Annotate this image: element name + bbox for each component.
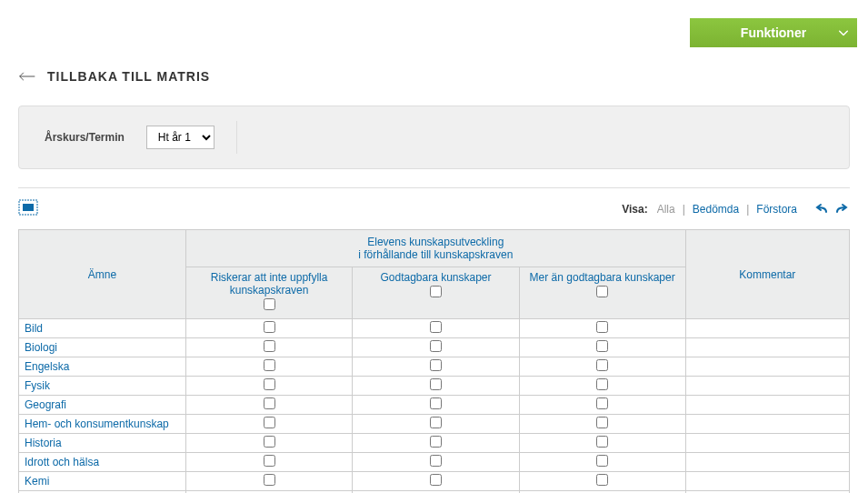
row-checkbox-col2[interactable] — [430, 378, 442, 390]
row-checkbox-col3[interactable] — [596, 436, 608, 448]
kommentar-cell[interactable] — [685, 453, 849, 472]
row-checkbox-col1[interactable] — [264, 455, 275, 467]
table-row: Geografi — [19, 396, 850, 415]
visa-label: Visa: — [622, 203, 647, 216]
kommentar-cell[interactable] — [685, 472, 849, 491]
check-cell-col1 — [185, 338, 353, 357]
kommentar-cell[interactable] — [685, 377, 849, 396]
check-cell-col3 — [519, 319, 685, 338]
check-cell-col1 — [185, 434, 353, 453]
row-checkbox-col2[interactable] — [430, 321, 442, 333]
th-col2: Godtagbara kunskaper — [353, 267, 519, 319]
check-cell-col2 — [353, 357, 519, 377]
undo-icon[interactable] — [813, 202, 830, 216]
row-checkbox-col3[interactable] — [596, 397, 608, 409]
subject-cell[interactable]: Fysik — [19, 377, 186, 396]
row-checkbox-col3[interactable] — [596, 340, 608, 352]
check-cell-col2 — [353, 472, 519, 491]
table-row: Biologi — [19, 338, 850, 357]
th-col3: Mer än godtagbara kunskaper — [519, 267, 685, 319]
subject-cell[interactable]: Geografi — [19, 396, 186, 415]
row-checkbox-col2[interactable] — [430, 359, 442, 371]
row-checkbox-col3[interactable] — [596, 455, 608, 467]
row-checkbox-col1[interactable] — [264, 436, 275, 448]
check-cell-col3 — [519, 434, 685, 453]
row-checkbox-col1[interactable] — [264, 359, 275, 371]
row-checkbox-col3[interactable] — [596, 359, 608, 371]
redo-icon[interactable] — [833, 202, 850, 216]
check-cell-col3 — [519, 377, 685, 396]
row-checkbox-col3[interactable] — [596, 378, 608, 390]
visa-group: Visa: Alla | Bedömda | Förstora — [622, 202, 850, 216]
kommentar-cell[interactable] — [685, 415, 849, 434]
th-kommentar: Kommentar — [685, 230, 849, 319]
row-checkbox-col2[interactable] — [430, 417, 442, 428]
kommentar-cell[interactable] — [685, 396, 849, 415]
row-checkbox-col3[interactable] — [596, 417, 608, 428]
svg-rect-2 — [23, 204, 34, 211]
row-checkbox-col1[interactable] — [264, 474, 275, 486]
visa-separator: | — [683, 203, 685, 216]
check-cell-col3 — [519, 396, 685, 415]
back-arrow-icon[interactable] — [18, 70, 36, 83]
check-cell-col2 — [353, 453, 519, 472]
table-row: Bild — [19, 319, 850, 338]
funktioner-button[interactable]: Funktioner — [690, 18, 857, 47]
row-checkbox-col1[interactable] — [264, 321, 275, 333]
chevron-down-icon — [839, 28, 848, 38]
th-col1: Riskerar att inte uppfylla kunskapskrave… — [185, 267, 353, 319]
check-cell-col3 — [519, 472, 685, 491]
th-elevens-line2: i förhållande till kunskapskraven — [194, 248, 678, 261]
row-checkbox-col1[interactable] — [264, 378, 275, 390]
subject-cell[interactable]: Kemi — [19, 472, 186, 491]
visa-separator: | — [746, 203, 749, 216]
check-cell-col3 — [519, 338, 685, 357]
visa-bedomda-link[interactable]: Bedömda — [689, 203, 743, 216]
check-cell-col3 — [519, 415, 685, 434]
subject-cell[interactable]: Bild — [19, 319, 186, 338]
th-col1-label: Riskerar att inte uppfylla kunskapskrave… — [194, 271, 345, 297]
table-row: Kemi — [19, 472, 850, 491]
kommentar-cell[interactable] — [685, 338, 849, 357]
check-cell-col2 — [353, 415, 519, 434]
row-checkbox-col3[interactable] — [596, 474, 608, 486]
check-cell-col1 — [185, 415, 353, 434]
subject-cell[interactable]: Idrott och hälsa — [19, 453, 186, 472]
subject-cell[interactable]: Engelska — [19, 357, 186, 377]
layout-fullscreen-icon[interactable] — [18, 199, 38, 218]
arskurs-termin-select[interactable]: Ht år 1 — [146, 126, 215, 149]
row-checkbox-col3[interactable] — [596, 321, 608, 333]
row-checkbox-col2[interactable] — [430, 474, 442, 486]
table-row: Historia — [19, 434, 850, 453]
row-checkbox-col2[interactable] — [430, 455, 442, 467]
select-all-col3-checkbox[interactable] — [596, 286, 608, 297]
subject-cell[interactable]: Biologi — [19, 338, 186, 357]
check-cell-col2 — [353, 434, 519, 453]
filter-label: Årskurs/Termin — [45, 131, 125, 144]
row-checkbox-col2[interactable] — [430, 340, 442, 352]
kommentar-cell[interactable] — [685, 434, 849, 453]
row-checkbox-col2[interactable] — [430, 397, 442, 409]
select-all-col2-checkbox[interactable] — [430, 286, 442, 297]
visa-forstora-link[interactable]: Förstora — [753, 203, 801, 216]
row-checkbox-col2[interactable] — [430, 436, 442, 448]
filter-bar: Årskurs/Termin Ht år 1 — [18, 106, 850, 169]
subject-cell[interactable]: Historia — [19, 434, 186, 453]
visa-alla-link[interactable]: Alla — [653, 203, 679, 216]
row-checkbox-col1[interactable] — [264, 340, 275, 352]
check-cell-col1 — [185, 396, 353, 415]
check-cell-col1 — [185, 319, 353, 338]
row-checkbox-col1[interactable] — [264, 417, 275, 428]
kommentar-cell[interactable] — [685, 319, 849, 338]
th-col2-label: Godtagbara kunskaper — [360, 271, 511, 284]
check-cell-col3 — [519, 357, 685, 377]
kommentar-cell[interactable] — [685, 357, 849, 377]
check-cell-col2 — [353, 338, 519, 357]
th-amne: Ämne — [19, 230, 186, 319]
check-cell-col3 — [519, 453, 685, 472]
check-cell-col1 — [185, 472, 353, 491]
subject-cell[interactable]: Hem- och konsumentkunskap — [19, 415, 186, 434]
select-all-col1-checkbox[interactable] — [264, 298, 275, 310]
check-cell-col1 — [185, 377, 353, 396]
row-checkbox-col1[interactable] — [264, 397, 275, 409]
